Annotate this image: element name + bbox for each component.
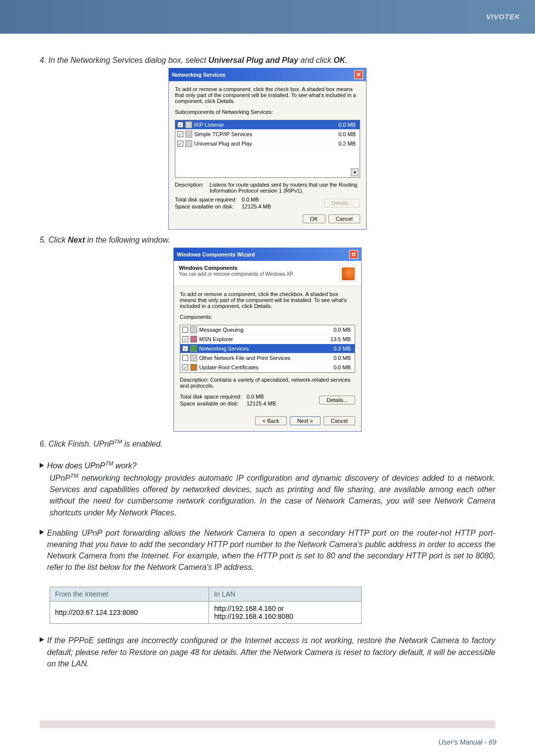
dialog2-body: To add or remove a component, click the … [174,286,361,412]
step6-bold: Finish [68,440,89,448]
step4-suffix: . [345,56,347,64]
dialog1-footer: OK Cancel [175,214,360,223]
bottom-divider [40,720,495,728]
dialog2-subheader: Windows Components You can add or remove… [174,261,361,286]
dialog1-intro: To add or remove a component, click the … [175,86,360,104]
scroll-down-icon[interactable]: ▾ [351,168,359,176]
component-icon [185,140,192,147]
list-item-size: 0.2 MB [330,141,358,147]
page-content: 4. In the Networking Services dialog box… [0,34,535,678]
header-bar: VIVOTEK [0,0,535,34]
table-header-internet: From the Internet [50,587,209,602]
para1-sup: TM [70,473,78,479]
address-table: From the Internet In LAN http://203.67.1… [50,587,362,624]
total-space-label: Total disk space required: [175,197,237,202]
list-item-label: Other Network File and Print Services [199,355,325,361]
ok-button[interactable]: OK [303,214,325,223]
total-space-label: Total disk space required: [180,394,242,400]
list-item-size: 0.0 MB [330,122,358,128]
checkbox-icon[interactable]: ✓ [182,355,188,361]
details-button[interactable]: Details... [324,199,360,207]
list-item-label: Message Queuing [199,327,325,333]
dialog1-space-row: Total disk space required: Space availab… [175,197,360,209]
step6-mid: . UPnP [89,440,114,448]
cancel-button[interactable]: Cancel [323,416,355,425]
avail-space-value: 12125.4 MB [242,203,271,209]
q1-sup: TM [105,460,113,466]
list-item[interactable]: ✓ Other Network File and Print Services … [180,353,355,363]
step6-suffix: is enabled. [122,440,162,448]
windows-logo-icon [339,265,356,282]
table-cell-internet: http://203.67.124.123:8080 [50,602,209,624]
checkbox-icon[interactable]: ✓ [177,141,183,147]
bullet-arrow-icon [40,637,44,642]
dialog1-header: Networking Services ✕ [169,68,366,81]
close-icon[interactable]: ✕ [354,70,363,79]
list-item-label: MSN Explorer [199,336,325,342]
total-space-value: 0.0 MB [247,394,276,400]
list-item[interactable]: ✓ MSN Explorer 13.5 MB [180,335,355,344]
dialog2-intro: To add or remove a component, click the … [180,291,355,309]
dialog2-title: Windows Components Wizard [177,252,255,257]
dialog2-complabel: Components: [180,314,355,320]
avail-space-label: Space available on disk: [175,203,237,209]
list-item-label: Update Root Certificates [199,364,325,370]
q1-suffix: work? [113,462,137,470]
dialog1-sublabel: Subcomponents of Networking Services: [175,109,360,115]
component-icon [185,121,192,128]
next-button[interactable]: Next > [290,416,321,425]
list-item-size: 13.5 MB [325,336,353,342]
dialog2-footer: < Back Next > Cancel [174,412,361,431]
details-button[interactable]: Details... [319,396,355,404]
step6-text: 6. Click Finish. UPnPTM is enabled. [40,439,495,449]
close-icon[interactable]: ✕ [349,250,358,259]
cancel-button[interactable]: Cancel [328,214,360,223]
component-icon [190,326,197,333]
back-button[interactable]: < Back [255,416,287,425]
step4-bold1: Universal Plug and Play [209,56,298,64]
component-icon [190,336,197,343]
checkbox-icon[interactable]: ✓ [182,346,188,352]
question-text: How does UPnPTM work? [47,460,137,470]
step4-text: 4. In the Networking Services dialog box… [40,56,495,65]
page-footer: User's Manual - 69 [438,738,496,746]
list-item-size: 0.0 MB [325,327,353,333]
list-item[interactable]: ✓ RIP Listener 0.0 MB [175,120,360,130]
dialog2-space-row: Total disk space required: Space availab… [180,394,355,406]
table-cell-lan-line2: http://192.168.4.160:8080 [214,612,293,620]
para2: Enabling UPnP port forwarding allows the… [47,527,495,573]
brand-text: VIVOTEK [486,13,520,21]
para3: If the PPPoE settings are incorrectly co… [47,635,495,669]
dialog1-listbox: ✓ RIP Listener 0.0 MB ✓ Simple TCP/IP Se… [175,120,360,178]
para2-row: Enabling UPnP port forwarding allows the… [40,527,495,582]
step5-suffix: in the following window. [85,236,170,244]
list-item-size: 0.3 MB [325,346,353,352]
checkbox-icon[interactable]: ✓ [182,327,188,333]
windows-components-wizard-dialog: Windows Components Wizard ✕ Windows Comp… [173,248,362,432]
para1-a: UPnP [50,474,70,482]
list-item-size: 0.0 MB [325,364,353,370]
component-icon [190,345,197,352]
list-item-label: RIP Listener [194,122,330,128]
description-label: Description: [180,377,209,383]
checkbox-icon[interactable]: ✓ [182,336,188,342]
checkbox-icon[interactable]: ✓ [177,122,183,128]
list-item[interactable]: ✓ Simple TCP/IP Services 0.0 MB [175,130,360,139]
list-item[interactable]: ✓ Universal Plug and Play 0.2 MB [175,139,360,149]
dialog1-description: Description: Listens for route updates s… [175,182,360,194]
list-item[interactable]: ✓ Networking Services 0.3 MB [180,344,355,353]
bullet-arrow-icon [40,530,44,535]
component-icon [190,364,197,371]
checkbox-icon[interactable]: ✓ [177,131,183,137]
step5-text: 5. Click Next in the following window. [40,236,495,245]
step5-prefix: 5. Click [40,236,68,244]
checkbox-icon[interactable]: ✓ [182,364,188,370]
step4-bold2: OK [333,56,345,64]
dialog2-description: Description: Contains a variety of speci… [180,377,355,389]
networking-services-dialog: Networking Services ✕ To add or remove a… [168,68,367,230]
avail-space-value: 12125.4 MB [247,401,276,406]
list-item[interactable]: ✓ Message Queuing 0.0 MB [180,325,355,335]
list-item[interactable]: ✓ Update Root Certificates 0.0 MB [180,363,355,372]
para3-row: If the PPPoE settings are incorrectly co… [40,635,495,678]
list-item-size: 0.0 MB [330,131,358,137]
